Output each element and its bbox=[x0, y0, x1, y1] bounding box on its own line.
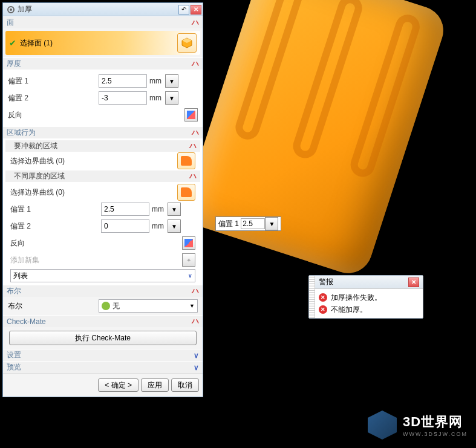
section-face: 面ハ bbox=[3, 16, 203, 28]
alert-msg: 不能加厚。 bbox=[331, 305, 367, 315]
section-preview: 预览∨ bbox=[3, 361, 203, 373]
model-groove bbox=[347, 11, 423, 180]
bool-label: 布尔 bbox=[8, 301, 99, 311]
alert-title: 警报 bbox=[319, 277, 333, 287]
list-dropdown[interactable]: 列表 ∨ bbox=[10, 269, 195, 282]
expand-icon[interactable]: ∨ bbox=[194, 351, 199, 360]
gear-icon bbox=[7, 5, 15, 14]
collapse-icon[interactable]: ハ bbox=[192, 128, 199, 138]
curve-filter-button[interactable] bbox=[177, 152, 195, 169]
offset1-input[interactable] bbox=[99, 74, 147, 88]
ok-button[interactable]: < 确定 > bbox=[98, 378, 139, 392]
dialog-title: 加厚 bbox=[18, 4, 177, 15]
unit-label: mm bbox=[147, 77, 165, 85]
r-offset1-input[interactable] bbox=[101, 203, 149, 216]
r-offset2-input[interactable] bbox=[101, 219, 149, 233]
dropdown-button[interactable]: ▼ bbox=[168, 203, 181, 216]
checkmate-button[interactable]: 执行 Check-Mate bbox=[9, 331, 197, 345]
floating-value[interactable] bbox=[241, 218, 265, 229]
add-set-label: 添加新集 bbox=[10, 255, 101, 265]
alert-popup: 警报 ✕ ✕加厚操作失败。 ✕不能加厚。 bbox=[308, 275, 423, 319]
collapse-icon[interactable]: ハ bbox=[192, 286, 199, 296]
thicken-dialog: 加厚 ↶ ✕ 面ハ ✔ 选择面 (1) 厚度ハ 偏置 1 mm ▼ 偏置 2 m… bbox=[2, 2, 203, 397]
collapse-icon[interactable]: ハ bbox=[189, 171, 197, 181]
reverse-button[interactable] bbox=[184, 108, 198, 122]
offset2-input[interactable] bbox=[99, 91, 147, 105]
r-reverse-label: 反向 bbox=[10, 238, 101, 248]
select-face-label: 选择面 (1) bbox=[20, 38, 53, 48]
select-face-row[interactable]: ✔ 选择面 (1) bbox=[5, 31, 200, 55]
section-checkmate: Check-Mateハ bbox=[3, 315, 203, 327]
collapse-icon[interactable]: ハ bbox=[192, 59, 199, 69]
alert-close-button[interactable]: ✕ bbox=[408, 278, 419, 287]
floating-label: 偏置 1 bbox=[218, 219, 239, 229]
close-button[interactable]: ✕ bbox=[191, 5, 201, 15]
model-cylinder bbox=[180, 0, 449, 279]
floating-arrow[interactable]: ▼ bbox=[265, 217, 278, 230]
undo-button[interactable]: ↶ bbox=[178, 5, 189, 15]
dropdown-button[interactable]: ▼ bbox=[165, 91, 178, 105]
offset2-label: 偏置 2 bbox=[8, 93, 99, 103]
dropdown-button[interactable]: ▼ bbox=[165, 74, 178, 88]
reverse-button[interactable] bbox=[182, 236, 195, 250]
face-filter-button[interactable] bbox=[177, 33, 197, 53]
model-groove bbox=[290, 0, 365, 161]
chevron-down-icon: ▼ bbox=[189, 303, 195, 309]
unit-label: mm bbox=[147, 94, 165, 102]
section-thickness: 厚度ハ bbox=[3, 57, 203, 70]
title-bar[interactable]: 加厚 ↶ ✕ bbox=[3, 3, 203, 16]
floating-input[interactable]: 偏置 1 ▼ bbox=[215, 216, 281, 231]
logo-icon bbox=[368, 411, 397, 440]
expand-icon[interactable]: ∨ bbox=[194, 363, 199, 372]
dropdown-button[interactable]: ▼ bbox=[168, 219, 181, 233]
section-settings: 设置∨ bbox=[3, 349, 203, 361]
check-icon: ✔ bbox=[9, 38, 16, 48]
add-set-button: ✦ bbox=[182, 253, 195, 267]
logo-url: WWW.3DSJW.COM bbox=[403, 431, 468, 437]
collapse-icon[interactable]: ハ bbox=[192, 18, 199, 28]
none-icon bbox=[102, 302, 110, 310]
section-bool: 布尔ハ bbox=[3, 285, 203, 297]
collapse-icon[interactable]: ハ bbox=[192, 316, 199, 326]
svg-point-1 bbox=[10, 8, 12, 11]
unit-label: mm bbox=[149, 205, 168, 213]
logo-name: 3D世界网 bbox=[403, 413, 468, 431]
watermark-logo: 3D世界网 WWW.3DSJW.COM bbox=[368, 411, 468, 440]
curve-filter-button[interactable] bbox=[177, 184, 195, 201]
r-offset1-label: 偏置 1 bbox=[10, 204, 101, 215]
unit-label: mm bbox=[149, 222, 168, 230]
offset1-label: 偏置 1 bbox=[8, 76, 99, 86]
r-offset2-label: 偏置 2 bbox=[10, 221, 101, 232]
error-icon: ✕ bbox=[319, 305, 327, 314]
section-diff: 不同厚度的区域ハ bbox=[5, 170, 200, 182]
apply-button[interactable]: 应用 bbox=[141, 378, 169, 392]
alert-msg: 加厚操作失败。 bbox=[331, 293, 382, 303]
alert-grip[interactable] bbox=[309, 276, 315, 318]
chevron-down-icon: ∨ bbox=[188, 273, 192, 279]
select-curve-label[interactable]: 选择边界曲线 (0) bbox=[10, 187, 177, 198]
select-curve-label[interactable]: 选择边界曲线 (0) bbox=[10, 156, 177, 166]
dialog-footer: < 确定 > 应用 取消 bbox=[3, 373, 203, 397]
section-punch: 要冲裁的区域ハ bbox=[5, 140, 200, 152]
cancel-button[interactable]: 取消 bbox=[171, 378, 199, 392]
reverse-label: 反向 bbox=[8, 110, 99, 120]
collapse-icon[interactable]: ハ bbox=[189, 141, 197, 151]
model-groove bbox=[232, 0, 308, 143]
error-icon: ✕ bbox=[319, 293, 327, 302]
section-region: 区域行为ハ bbox=[3, 126, 203, 138]
bool-select[interactable]: 无 ▼ bbox=[99, 299, 198, 313]
